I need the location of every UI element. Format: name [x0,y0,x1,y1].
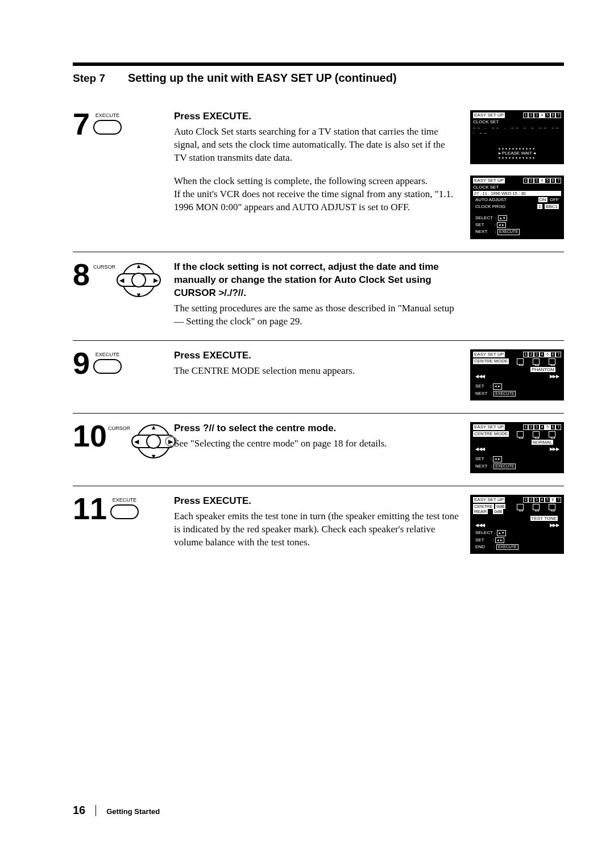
button-label: EXECUTE [96,352,120,357]
step-8-text: The setting procedures are the same as t… [174,302,459,328]
osd-subtitle: CENTRE MODE [473,358,509,364]
step-number: 8 [73,261,90,289]
cursor-button-graphic: CURSOR ▲▼◀▶ [108,422,176,458]
step-10-body: Press ?// to select the centre mode. See… [174,422,466,450]
osd-next-label: NEXT [475,229,487,234]
oval-button-icon [93,359,122,374]
progress-boxes: 1234567 [523,497,561,503]
osd-next-label: NEXT [475,464,487,469]
step-9-heading: Press EXECUTE. [174,349,459,362]
osd-mode: PHANTOM [530,367,555,372]
osd-next-label: NEXT [475,391,487,396]
footer-divider [96,805,96,816]
step-7-osd-col: EASY SET UP 1234567 CLOCK SET –– . –– . … [470,110,564,239]
step-8-body: If the clock setting is not correct, adj… [174,261,466,328]
osd-title: EASY SET UP [473,112,505,118]
step-7: 7 EXECUTE Press EXECUTE. Auto Clock Set … [73,102,564,252]
progress-boxes: 1234567 [523,352,561,357]
osd-title: EASY SET UP [473,352,505,357]
osd-autoadjust-label: AUTO ADJUST [475,197,507,203]
step-7-text-1: Auto Clock Set starts searching for a TV… [174,126,459,165]
step-9-text: The CENTRE MODE selection menu appears. [174,365,459,378]
osd-centre-normal: EASY SET UP 1234567 CENTRE MODE NORMAL ◀… [470,422,564,473]
step-10-heading: Press ?// to select the centre mode. [174,422,459,435]
step-11: 11 EXECUTE Press EXECUTE. Each speaker e… [73,486,564,566]
osd-clock-wait: EASY SET UP 1234567 CLOCK SET –– . –– . … [470,110,564,164]
step-number: 10 [73,422,107,450]
step-7-text-2: When the clock setting is complete, the … [174,175,459,214]
osd-rear-value: 0dB [493,509,503,514]
osd-wait: ▸ PLEASE WAIT ◂ [471,151,563,156]
oval-button-icon [110,504,139,519]
step-11-body: Press EXECUTE. Each speaker emits the te… [174,495,466,549]
osd-test-tone-label: TEST TONE [530,516,558,521]
step-11-numcol: 11 EXECUTE [73,495,169,523]
osd-end-label: END [475,544,485,549]
progress-boxes: 1234567 [523,424,561,430]
osd-title: EASY SET UP [473,497,505,503]
osd-set-label: SET [475,537,484,542]
step-7-heading: Press EXECUTE. [174,110,459,123]
step-11-osd-col: EASY SET UP 1234567 CENTRE 0dB REAR 0dB … [470,495,564,554]
osd-clockprog-label: CLOCK PROG [475,204,505,210]
step-9-osd-col: EASY SET UP 1234567 CENTRE MODE PHANTOM … [470,349,564,400]
execute-button-graphic: EXECUTE [93,110,122,135]
osd-subtitle: CLOCK SET [473,185,561,190]
button-label: CURSOR [108,424,130,431]
step-10-numcol: 10 CURSOR ▲▼◀▶ [73,422,169,458]
progress-boxes: 1234567 [523,178,561,183]
step-11-heading: Press EXECUTE. [174,495,459,508]
step-7-numcol: 7 EXECUTE [73,110,169,138]
osd-title: EASY SET UP [473,178,505,183]
step-10: 10 CURSOR ▲▼◀▶ Press ?// to select the c… [73,414,564,486]
step-10-osd-col: EASY SET UP 1234567 CENTRE MODE NORMAL ◀… [470,422,564,473]
step-7-body: Press EXECUTE. Auto Clock Set starts sea… [174,110,466,214]
execute-button-graphic: EXECUTE [93,349,122,374]
osd-subtitle: CENTRE MODE [473,431,509,437]
step-10-text: See "Selecting the centre mode" on page … [174,437,459,450]
osd-centre-phantom: EASY SET UP 1234567 CENTRE MODE PHANTOM … [470,349,564,400]
step-8-heading: If the clock setting is not correct, adj… [174,261,459,300]
cursor-pad-icon: ▲▼◀▶ [131,424,176,458]
step-8: 8 CURSOR ▲▼◀▶ If the clock setting is no… [73,252,564,341]
step-title: Setting up the unit with EASY SET UP (co… [128,72,397,85]
osd-set-label: SET [475,383,484,389]
osd-select-label: SELECT [475,215,493,220]
osd-mode: NORMAL [532,440,553,445]
osd-set-label: SET [475,222,484,227]
step-label: Step 7 [73,72,105,85]
button-label: EXECUTE [113,497,137,503]
step-11-text: Each speaker emits the test tone in turn… [174,510,459,549]
step-number: 7 [73,110,90,138]
step-9-body: Press EXECUTE. The CENTRE MODE selection… [174,349,466,378]
osd-rear-label: REAR [473,509,488,514]
oval-button-icon [93,120,122,135]
osd-select-label: SELECT [475,530,493,535]
page-footer: 16 Getting Started [73,804,160,817]
header-bar [73,62,564,66]
step-9: 9 EXECUTE Press EXECUTE. The CENTRE MODE… [73,341,564,414]
step-8-numcol: 8 CURSOR ▲▼◀▶ [73,261,169,297]
execute-button-graphic: EXECUTE [110,495,139,519]
osd-date: 27 . 11 . 1996 WED 15 : 30 [473,191,561,196]
progress-boxes: 1234567 [523,112,561,118]
step-number: 9 [73,349,90,377]
cursor-right-highlight [165,436,177,446]
osd-title: EASY SET UP [473,424,505,430]
page-number: 16 [73,804,85,817]
button-label: CURSOR [93,263,115,270]
cursor-button-graphic: CURSOR ▲▼◀▶ [93,261,161,297]
osd-centre-label: CENTRE [473,504,494,509]
osd-test-tone: EASY SET UP 1234567 CENTRE 0dB REAR 0dB … [470,495,564,554]
step-9-numcol: 9 EXECUTE [73,349,169,377]
osd-set-label: SET [475,456,484,461]
button-label: EXECUTE [96,112,120,118]
footer-section: Getting Started [106,807,160,816]
osd-clock-result: EASY SET UP 1234567 CLOCK SET 27 . 11 . … [470,176,564,239]
osd-subtitle: CLOCK SET [473,119,561,125]
cursor-pad-icon: ▲▼◀▶ [117,263,161,297]
step-number: 11 [73,495,107,523]
header: Step 7 Setting up the unit with EASY SET… [73,72,564,85]
osd-centre-value: 0dB [495,504,505,509]
